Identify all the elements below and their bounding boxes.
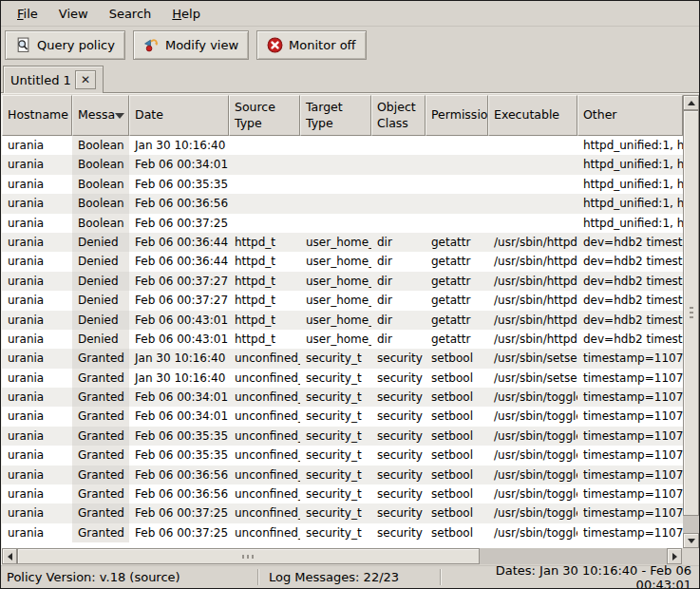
- column-header-permission[interactable]: Permission: [426, 95, 488, 136]
- table-cell[interactable]: urania: [2, 175, 72, 194]
- table-cell[interactable]: security_t: [300, 504, 371, 522]
- vertical-scrollbar[interactable]: [683, 95, 699, 548]
- table-cell[interactable]: setbool: [426, 349, 488, 368]
- table-cell[interactable]: getattr: [426, 330, 488, 349]
- table-cell[interactable]: /usr/sbin/httpd: [488, 252, 577, 271]
- table-cell[interactable]: security: [371, 407, 426, 426]
- table-cell[interactable]: httpd_t: [229, 330, 300, 349]
- table-cell[interactable]: Feb 06 00:36:56: [129, 194, 229, 213]
- table-cell[interactable]: urania: [2, 330, 72, 349]
- table-cell[interactable]: urania: [2, 311, 72, 330]
- table-cell[interactable]: [300, 136, 371, 155]
- table-cell[interactable]: Feb 06 00:37:25: [129, 504, 229, 522]
- table-cell[interactable]: [371, 214, 426, 233]
- table-cell[interactable]: Granted: [72, 349, 129, 368]
- table-cell[interactable]: urania: [2, 407, 72, 426]
- table-cell[interactable]: [229, 214, 300, 233]
- table-cell[interactable]: security: [371, 504, 426, 522]
- table-cell[interactable]: [371, 175, 426, 194]
- column-header-object-class[interactable]: Object Class: [371, 95, 426, 136]
- table-cell[interactable]: [426, 175, 488, 194]
- table-cell[interactable]: dir: [371, 272, 426, 291]
- table-cell[interactable]: Jan 30 10:16:40: [129, 136, 229, 155]
- table-row[interactable]: uraniaGrantedFeb 06 00:34:01unconfined_s…: [2, 407, 683, 426]
- table-cell[interactable]: Granted: [72, 484, 129, 504]
- table-cell[interactable]: Jan 30 10:16:40: [129, 349, 229, 368]
- menu-file[interactable]: File: [7, 3, 48, 25]
- table-cell[interactable]: Feb 06 00:43:01: [129, 330, 229, 349]
- table-cell[interactable]: timestamp=11076: [577, 466, 683, 484]
- table-row[interactable]: uraniaDeniedFeb 06 00:37:27httpd_tuser_h…: [2, 291, 683, 310]
- table-row[interactable]: uraniaGrantedFeb 06 00:36:56unconfined_s…: [2, 466, 683, 484]
- column-header-source-type[interactable]: Source Type: [229, 95, 300, 136]
- table-cell[interactable]: urania: [2, 252, 72, 271]
- table-cell[interactable]: security_t: [300, 388, 371, 407]
- table-cell[interactable]: Boolean: [72, 194, 129, 213]
- table-cell[interactable]: urania: [2, 446, 72, 465]
- table-cell[interactable]: getattr: [426, 252, 488, 271]
- table-cell[interactable]: urania: [2, 155, 72, 174]
- table-cell[interactable]: timestamp=11076: [577, 446, 683, 465]
- menu-help[interactable]: Help: [161, 3, 211, 25]
- table-cell[interactable]: httpd_t: [229, 291, 300, 310]
- table-cell[interactable]: security: [371, 427, 426, 446]
- table-cell[interactable]: [426, 214, 488, 233]
- table-cell[interactable]: httpd_t: [229, 252, 300, 271]
- table-cell[interactable]: Feb 06 00:37:25: [129, 523, 229, 542]
- table-row[interactable]: uraniaDeniedFeb 06 00:36:44httpd_tuser_h…: [2, 233, 683, 252]
- table-row[interactable]: uraniaGrantedJan 30 10:16:40unconfined_s…: [2, 369, 683, 388]
- table-cell[interactable]: urania: [2, 272, 72, 291]
- table-cell[interactable]: Feb 06 00:37:25: [129, 214, 229, 233]
- table-cell[interactable]: security: [371, 388, 426, 407]
- table-row[interactable]: uraniaDeniedFeb 06 00:37:27httpd_tuser_h…: [2, 272, 683, 291]
- table-cell[interactable]: Boolean: [72, 155, 129, 174]
- table-cell[interactable]: unconfined_: [229, 466, 300, 484]
- table-cell[interactable]: timestamp=11071: [577, 349, 683, 368]
- table-cell[interactable]: Feb 06 00:35:35: [129, 446, 229, 465]
- table-row[interactable]: uraniaGrantedFeb 06 00:34:01unconfined_s…: [2, 388, 683, 407]
- table-cell[interactable]: httpd_unified:1, h: [577, 136, 683, 155]
- table-cell[interactable]: unconfined_: [229, 523, 300, 542]
- table-cell[interactable]: Denied: [72, 233, 129, 252]
- table-cell[interactable]: setbool: [426, 446, 488, 465]
- table-cell[interactable]: security_t: [300, 349, 371, 368]
- table-cell[interactable]: security_t: [300, 427, 371, 446]
- table-cell[interactable]: urania: [2, 194, 72, 213]
- scroll-up-button[interactable]: [683, 95, 699, 110]
- table-row[interactable]: uraniaBooleanFeb 06 00:35:35httpd_unifie…: [2, 175, 683, 194]
- vertical-scrollbar-track[interactable]: [683, 516, 699, 533]
- table-cell[interactable]: setbool: [426, 369, 488, 388]
- table-cell[interactable]: setbool: [426, 427, 488, 446]
- table-cell[interactable]: setbool: [426, 484, 488, 504]
- table-cell[interactable]: [300, 194, 371, 213]
- table-cell[interactable]: unconfined_: [229, 407, 300, 426]
- table-cell[interactable]: security_t: [300, 484, 371, 504]
- table-cell[interactable]: /usr/sbin/toggle: [488, 504, 577, 522]
- table-cell[interactable]: [371, 194, 426, 213]
- table-cell[interactable]: dev=hdb2 timesta: [577, 233, 683, 252]
- table-cell[interactable]: [229, 175, 300, 194]
- table-cell[interactable]: urania: [2, 466, 72, 484]
- table-cell[interactable]: Feb 06 00:43:01: [129, 311, 229, 330]
- table-cell[interactable]: dir: [371, 311, 426, 330]
- horizontal-scrollbar-track[interactable]: [480, 548, 667, 564]
- table-cell[interactable]: urania: [2, 504, 72, 522]
- table-cell[interactable]: Granted: [72, 523, 129, 542]
- table-row[interactable]: uraniaBooleanJan 30 10:16:40httpd_unifie…: [2, 136, 683, 155]
- table-cell[interactable]: [371, 155, 426, 174]
- table-cell[interactable]: unconfined_: [229, 388, 300, 407]
- table-row[interactable]: uraniaDeniedFeb 06 00:43:01httpd_tuser_h…: [2, 311, 683, 330]
- tab-untitled-1[interactable]: Untitled 1 ✕: [3, 66, 104, 93]
- table-cell[interactable]: Granted: [72, 427, 129, 446]
- table-cell[interactable]: timestamp=11076: [577, 388, 683, 407]
- table-cell[interactable]: security: [371, 369, 426, 388]
- table-cell[interactable]: httpd_unified:1, h: [577, 155, 683, 174]
- table-cell[interactable]: /usr/sbin/toggle: [488, 484, 577, 504]
- table-cell[interactable]: /usr/sbin/toggle: [488, 427, 577, 446]
- table-cell[interactable]: user_home_: [300, 291, 371, 310]
- table-cell[interactable]: /usr/sbin/toggle: [488, 407, 577, 426]
- table-cell[interactable]: urania: [2, 136, 72, 155]
- table-cell[interactable]: /usr/sbin/httpd: [488, 311, 577, 330]
- table-cell[interactable]: Denied: [72, 252, 129, 271]
- scroll-left-button[interactable]: [2, 548, 17, 564]
